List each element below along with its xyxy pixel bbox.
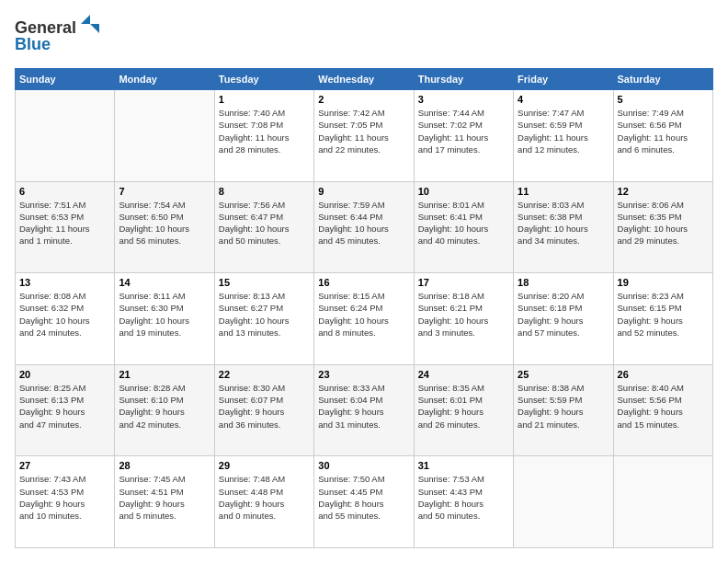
day-info: Sunrise: 8:06 AM Sunset: 6:35 PM Dayligh… bbox=[618, 199, 709, 247]
calendar-day-cell: 16Sunrise: 8:15 AM Sunset: 6:24 PM Dayli… bbox=[314, 273, 414, 365]
calendar-day-cell: 15Sunrise: 8:13 AM Sunset: 6:27 PM Dayli… bbox=[214, 273, 313, 365]
calendar-day-cell: 25Sunrise: 8:38 AM Sunset: 5:59 PM Dayli… bbox=[514, 364, 613, 456]
calendar-day-cell bbox=[613, 456, 712, 548]
day-info: Sunrise: 7:40 AM Sunset: 7:08 PM Dayligh… bbox=[219, 107, 310, 155]
weekday-header-cell: Monday bbox=[115, 69, 214, 90]
day-info: Sunrise: 8:13 AM Sunset: 6:27 PM Dayligh… bbox=[219, 290, 310, 339]
day-info: Sunrise: 8:01 AM Sunset: 6:41 PM Dayligh… bbox=[418, 199, 509, 247]
day-info: Sunrise: 8:18 AM Sunset: 6:21 PM Dayligh… bbox=[418, 290, 509, 339]
calendar-day-cell: 20Sunrise: 8:25 AM Sunset: 6:13 PM Dayli… bbox=[16, 364, 115, 456]
day-number: 17 bbox=[418, 277, 509, 288]
day-info: Sunrise: 7:45 AM Sunset: 4:51 PM Dayligh… bbox=[119, 473, 210, 522]
calendar-day-cell: 11Sunrise: 8:03 AM Sunset: 6:38 PM Dayli… bbox=[514, 181, 613, 273]
calendar-day-cell bbox=[16, 90, 115, 182]
day-number: 12 bbox=[618, 186, 709, 197]
day-info: Sunrise: 7:44 AM Sunset: 7:02 PM Dayligh… bbox=[418, 107, 509, 155]
calendar-day-cell: 28Sunrise: 7:45 AM Sunset: 4:51 PM Dayli… bbox=[115, 456, 214, 548]
weekday-header-row: SundayMondayTuesdayWednesdayThursdayFrid… bbox=[16, 69, 713, 90]
weekday-header-cell: Thursday bbox=[414, 69, 513, 90]
day-info: Sunrise: 8:25 AM Sunset: 6:13 PM Dayligh… bbox=[19, 382, 110, 431]
day-info: Sunrise: 8:20 AM Sunset: 6:18 PM Dayligh… bbox=[518, 290, 609, 339]
day-number: 16 bbox=[318, 277, 409, 288]
calendar-day-cell: 12Sunrise: 8:06 AM Sunset: 6:35 PM Dayli… bbox=[613, 181, 712, 273]
day-info: Sunrise: 7:43 AM Sunset: 4:53 PM Dayligh… bbox=[19, 473, 110, 522]
calendar-day-cell: 18Sunrise: 8:20 AM Sunset: 6:18 PM Dayli… bbox=[514, 273, 613, 365]
calendar-day-cell: 29Sunrise: 7:48 AM Sunset: 4:48 PM Dayli… bbox=[214, 456, 313, 548]
weekday-header-cell: Saturday bbox=[613, 69, 712, 90]
svg-marker-3 bbox=[90, 24, 99, 33]
day-info: Sunrise: 8:40 AM Sunset: 5:56 PM Dayligh… bbox=[618, 382, 709, 431]
weekday-header-cell: Wednesday bbox=[314, 69, 414, 90]
calendar-body: 1Sunrise: 7:40 AM Sunset: 7:08 PM Daylig… bbox=[16, 90, 713, 548]
day-number: 22 bbox=[219, 369, 310, 380]
calendar-table: SundayMondayTuesdayWednesdayThursdayFrid… bbox=[15, 68, 713, 548]
calendar-day-cell: 5Sunrise: 7:49 AM Sunset: 6:56 PM Daylig… bbox=[613, 90, 712, 182]
day-number: 14 bbox=[119, 277, 210, 288]
day-number: 24 bbox=[418, 369, 509, 380]
day-number: 28 bbox=[119, 460, 210, 471]
day-info: Sunrise: 7:53 AM Sunset: 4:43 PM Dayligh… bbox=[418, 473, 509, 522]
day-number: 18 bbox=[518, 277, 609, 288]
day-number: 27 bbox=[19, 460, 110, 471]
calendar-day-cell: 9Sunrise: 7:59 AM Sunset: 6:44 PM Daylig… bbox=[314, 181, 414, 273]
calendar-day-cell: 24Sunrise: 8:35 AM Sunset: 6:01 PM Dayli… bbox=[414, 364, 513, 456]
calendar-day-cell: 22Sunrise: 8:30 AM Sunset: 6:07 PM Dayli… bbox=[214, 364, 313, 456]
calendar-day-cell: 31Sunrise: 7:53 AM Sunset: 4:43 PM Dayli… bbox=[414, 456, 513, 548]
calendar-week-row: 1Sunrise: 7:40 AM Sunset: 7:08 PM Daylig… bbox=[16, 90, 713, 182]
day-number: 20 bbox=[19, 369, 110, 380]
day-info: Sunrise: 7:56 AM Sunset: 6:47 PM Dayligh… bbox=[219, 199, 310, 247]
header: General Blue bbox=[15, 15, 713, 59]
day-number: 19 bbox=[618, 277, 709, 288]
calendar-day-cell: 4Sunrise: 7:47 AM Sunset: 6:59 PM Daylig… bbox=[514, 90, 613, 182]
day-info: Sunrise: 8:23 AM Sunset: 6:15 PM Dayligh… bbox=[618, 290, 709, 339]
calendar-week-row: 20Sunrise: 8:25 AM Sunset: 6:13 PM Dayli… bbox=[16, 364, 713, 456]
calendar-day-cell: 27Sunrise: 7:43 AM Sunset: 4:53 PM Dayli… bbox=[16, 456, 115, 548]
day-number: 25 bbox=[518, 369, 609, 380]
calendar-day-cell: 17Sunrise: 8:18 AM Sunset: 6:21 PM Dayli… bbox=[414, 273, 513, 365]
calendar-day-cell: 7Sunrise: 7:54 AM Sunset: 6:50 PM Daylig… bbox=[115, 181, 214, 273]
day-info: Sunrise: 8:33 AM Sunset: 6:04 PM Dayligh… bbox=[318, 382, 409, 431]
day-number: 1 bbox=[219, 94, 310, 105]
day-info: Sunrise: 7:42 AM Sunset: 7:05 PM Dayligh… bbox=[318, 107, 409, 155]
weekday-header-cell: Sunday bbox=[16, 69, 115, 90]
calendar-week-row: 13Sunrise: 8:08 AM Sunset: 6:32 PM Dayli… bbox=[16, 273, 713, 365]
day-info: Sunrise: 8:38 AM Sunset: 5:59 PM Dayligh… bbox=[518, 382, 609, 431]
calendar-day-cell: 8Sunrise: 7:56 AM Sunset: 6:47 PM Daylig… bbox=[214, 181, 313, 273]
day-info: Sunrise: 8:28 AM Sunset: 6:10 PM Dayligh… bbox=[119, 382, 210, 431]
calendar-day-cell: 6Sunrise: 7:51 AM Sunset: 6:53 PM Daylig… bbox=[16, 181, 115, 273]
day-info: Sunrise: 8:15 AM Sunset: 6:24 PM Dayligh… bbox=[318, 290, 409, 339]
calendar-day-cell: 2Sunrise: 7:42 AM Sunset: 7:05 PM Daylig… bbox=[314, 90, 414, 182]
page: General Blue SundayMondayTuesdayWednesda… bbox=[0, 0, 728, 563]
day-number: 9 bbox=[318, 186, 409, 197]
day-number: 3 bbox=[418, 94, 509, 105]
calendar-day-cell: 23Sunrise: 8:33 AM Sunset: 6:04 PM Dayli… bbox=[314, 364, 414, 456]
day-number: 15 bbox=[219, 277, 310, 288]
day-number: 10 bbox=[418, 186, 509, 197]
calendar-day-cell: 26Sunrise: 8:40 AM Sunset: 5:56 PM Dayli… bbox=[613, 364, 712, 456]
day-number: 13 bbox=[19, 277, 110, 288]
calendar-week-row: 6Sunrise: 7:51 AM Sunset: 6:53 PM Daylig… bbox=[16, 181, 713, 273]
svg-text:Blue: Blue bbox=[15, 35, 51, 53]
logo-text: General Blue bbox=[15, 15, 107, 59]
day-number: 6 bbox=[19, 186, 110, 197]
day-info: Sunrise: 7:59 AM Sunset: 6:44 PM Dayligh… bbox=[318, 199, 409, 247]
calendar-day-cell bbox=[115, 90, 214, 182]
day-info: Sunrise: 8:11 AM Sunset: 6:30 PM Dayligh… bbox=[119, 290, 210, 339]
calendar-week-row: 27Sunrise: 7:43 AM Sunset: 4:53 PM Dayli… bbox=[16, 456, 713, 548]
day-number: 2 bbox=[318, 94, 409, 105]
calendar-day-cell: 3Sunrise: 7:44 AM Sunset: 7:02 PM Daylig… bbox=[414, 90, 513, 182]
day-info: Sunrise: 7:49 AM Sunset: 6:56 PM Dayligh… bbox=[618, 107, 709, 155]
day-info: Sunrise: 8:03 AM Sunset: 6:38 PM Dayligh… bbox=[518, 199, 609, 247]
calendar-day-cell: 19Sunrise: 8:23 AM Sunset: 6:15 PM Dayli… bbox=[613, 273, 712, 365]
day-number: 4 bbox=[518, 94, 609, 105]
day-info: Sunrise: 8:30 AM Sunset: 6:07 PM Dayligh… bbox=[219, 382, 310, 431]
weekday-header-cell: Friday bbox=[514, 69, 613, 90]
day-number: 30 bbox=[318, 460, 409, 471]
logo: General Blue bbox=[15, 15, 107, 59]
calendar-day-cell: 1Sunrise: 7:40 AM Sunset: 7:08 PM Daylig… bbox=[214, 90, 313, 182]
day-number: 8 bbox=[219, 186, 310, 197]
calendar-day-cell bbox=[514, 456, 613, 548]
day-number: 5 bbox=[618, 94, 709, 105]
day-number: 23 bbox=[318, 369, 409, 380]
day-number: 21 bbox=[119, 369, 210, 380]
